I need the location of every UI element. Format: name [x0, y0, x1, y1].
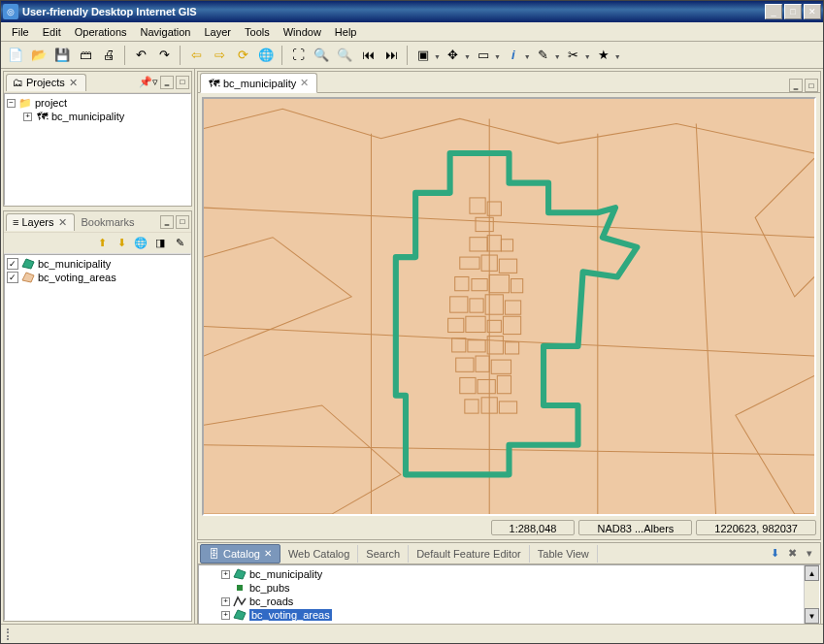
catalog-tab-search[interactable]: Search: [358, 545, 409, 563]
pin-icon[interactable]: 📌: [139, 76, 152, 88]
layer-row[interactable]: ✓ bc_voting_areas: [7, 271, 188, 284]
zoom-in-icon[interactable]: 🔍: [311, 45, 332, 66]
zoom-extent-icon[interactable]: ⛶: [287, 45, 309, 66]
forward-arrow-icon[interactable]: ⇨: [209, 45, 230, 66]
expander-icon[interactable]: +: [221, 597, 230, 606]
catalog-row[interactable]: + bc_voting_areas: [201, 608, 817, 622]
expander-icon[interactable]: +: [221, 570, 230, 579]
back-arrow-icon[interactable]: ⇦: [185, 45, 207, 66]
svg-marker-38: [234, 610, 246, 620]
catalog-tab-editor[interactable]: Default Feature Editor: [409, 545, 530, 563]
edit-tool-icon[interactable]: ✂: [563, 45, 584, 66]
catalog-tab-web[interactable]: Web Catalog: [280, 545, 358, 563]
catalog-row[interactable]: + bc_roads: [201, 595, 817, 608]
maximize-panel-button[interactable]: □: [176, 76, 189, 89]
layer-checkbox[interactable]: ✓: [7, 272, 18, 283]
close-tab-icon[interactable]: ✕: [264, 548, 272, 559]
catalog-row[interactable]: + bc_municipality: [201, 567, 817, 581]
maximize-button[interactable]: □: [784, 4, 802, 19]
menu-operations[interactable]: Operations: [68, 24, 134, 40]
map-scale[interactable]: 1:288,048: [491, 520, 576, 535]
save-icon[interactable]: 💾: [51, 45, 73, 66]
scroll-down-icon[interactable]: ▼: [805, 608, 819, 624]
menu-help[interactable]: Help: [328, 24, 364, 40]
catalog-tool-icon[interactable]: ★: [593, 45, 614, 66]
layers-tab[interactable]: ≡ Layers ✕: [6, 213, 75, 231]
minimize-panel-button[interactable]: ‗: [160, 76, 174, 89]
minimize-panel-button[interactable]: ‗: [789, 79, 803, 92]
close-tab-icon[interactable]: ✕: [56, 216, 68, 229]
layer-checkbox[interactable]: ✓: [7, 258, 18, 270]
edit-layer-icon[interactable]: ✎: [172, 236, 187, 251]
scrollbar[interactable]: ▲ ▼: [804, 565, 819, 624]
world-icon[interactable]: 🌐: [255, 45, 277, 66]
scroll-up-icon[interactable]: ▲: [805, 565, 819, 581]
status-grip-icon: [7, 628, 15, 640]
minimize-panel-button[interactable]: ‗: [160, 215, 174, 229]
svg-rect-19: [503, 316, 520, 334]
measure-tool-icon[interactable]: ✎: [533, 45, 554, 66]
map-tab[interactable]: 🗺 bc_municipality ✕: [200, 73, 317, 93]
menu-edit[interactable]: Edit: [36, 24, 68, 40]
collapse-icon[interactable]: ▿: [152, 76, 158, 88]
move-up-icon[interactable]: ⬆: [94, 236, 110, 251]
menu-navigation[interactable]: Navigation: [134, 24, 198, 40]
layer-row[interactable]: ✓ bc_municipality: [7, 257, 188, 271]
chevron-down-icon[interactable]: ▼: [464, 49, 471, 60]
zoom-next-icon[interactable]: ⏭: [380, 45, 402, 66]
close-tab-icon[interactable]: ✕: [68, 77, 80, 89]
tree-row[interactable]: − 📁 project: [7, 96, 188, 110]
catalog-row[interactable]: bc_pubs: [201, 581, 817, 595]
print-icon[interactable]: 🖨: [98, 45, 119, 66]
chevron-down-icon[interactable]: ▼: [614, 49, 621, 60]
remove-icon[interactable]: ✖: [783, 546, 801, 562]
chevron-down-icon[interactable]: ▼: [554, 49, 561, 60]
map-document-icon: 🗺: [35, 111, 49, 122]
map-crs[interactable]: NAD83 ...Albers: [578, 520, 692, 535]
close-button[interactable]: ✕: [804, 4, 821, 19]
menu-tools[interactable]: Tools: [238, 24, 277, 40]
map-canvas[interactable]: [202, 97, 816, 516]
new-icon[interactable]: 📄: [5, 45, 26, 66]
zoom-out-icon[interactable]: 🔍: [334, 45, 355, 66]
undo-icon[interactable]: ↶: [130, 45, 151, 66]
polygon-layer-icon: [233, 609, 247, 621]
refresh-icon[interactable]: ⟳: [232, 45, 253, 66]
globe-icon[interactable]: 🌐: [133, 236, 148, 251]
maximize-panel-button[interactable]: □: [805, 79, 818, 92]
import-icon[interactable]: ⬇: [766, 546, 783, 562]
menu-window[interactable]: Window: [277, 24, 328, 40]
open-icon[interactable]: 📂: [28, 45, 49, 66]
expander-icon[interactable]: −: [7, 99, 16, 108]
layer-tool-icon[interactable]: ▣: [412, 45, 434, 66]
catalog-tab-active[interactable]: 🗄 Catalog ✕: [200, 544, 280, 564]
menu-file[interactable]: File: [5, 24, 36, 40]
catalog-tab-table[interactable]: Table View: [530, 545, 598, 563]
move-down-icon[interactable]: ⬇: [114, 236, 129, 251]
expander-icon[interactable]: +: [221, 611, 230, 620]
redo-icon[interactable]: ↷: [153, 45, 175, 66]
menu-icon[interactable]: ▾: [801, 546, 818, 562]
chevron-down-icon[interactable]: ▼: [524, 49, 531, 60]
bookmarks-tab[interactable]: Bookmarks: [75, 214, 140, 230]
separator-icon: [281, 46, 282, 65]
chevron-down-icon[interactable]: ▼: [494, 49, 501, 60]
zoom-prev-icon[interactable]: ⏮: [357, 45, 379, 66]
svg-rect-15: [505, 301, 520, 314]
pan-tool-icon[interactable]: ✥: [443, 45, 464, 66]
menu-layer[interactable]: Layer: [198, 24, 239, 40]
chevron-down-icon[interactable]: ▼: [434, 49, 441, 60]
tree-row[interactable]: + 🗺 bc_municipality: [7, 110, 188, 123]
maximize-panel-button[interactable]: □: [176, 215, 189, 229]
layers-list: ✓ bc_municipality ✓ bc_voting_areas: [4, 254, 191, 621]
info-tool-icon[interactable]: i: [503, 45, 524, 66]
close-tab-icon[interactable]: ✕: [300, 77, 309, 89]
minimize-button[interactable]: _: [765, 4, 782, 19]
chevron-down-icon[interactable]: ▼: [584, 49, 591, 60]
save-all-icon[interactable]: 🗃: [75, 45, 96, 66]
separator-icon: [180, 46, 181, 65]
style-icon[interactable]: ◨: [152, 236, 168, 251]
projects-tab[interactable]: 🗂 Projects ✕: [6, 74, 86, 91]
expander-icon[interactable]: +: [23, 113, 32, 121]
select-tool-icon[interactable]: ▭: [473, 45, 494, 66]
